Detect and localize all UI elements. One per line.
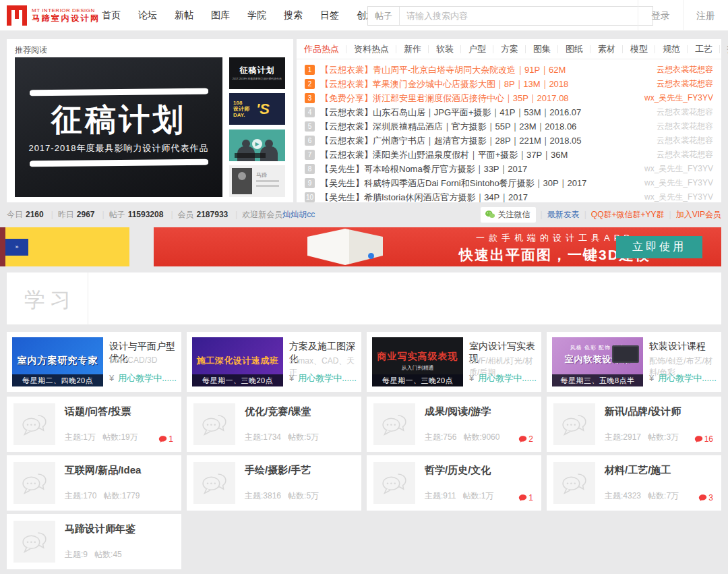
stat-yesterday: 昨日 2967 — [58, 209, 98, 221]
left-ad-banner[interactable]: » — [5, 227, 129, 266]
qq-group-link[interactable]: QQ群+微信群+YY群 — [591, 209, 665, 221]
post-author[interactable]: wx_吴先生_FY3YV — [644, 192, 713, 203]
post-title[interactable]: 【云想衣裳】深圳辰禧精品酒店｜官方摄影｜55P｜23M｜2018.06 — [320, 121, 647, 133]
site-logo[interactable]: MT INTERIOR DESIGN 马蹄室内设计网 — [7, 5, 100, 26]
thumbnail-interview[interactable]: 马蹄 — [229, 165, 285, 197]
tab-schemes[interactable]: 方案 — [493, 39, 526, 59]
main-banner[interactable]: 征稿计划 2017-2018年度最具影响力设计师代表作品 — [15, 57, 222, 197]
thumbnail-108-designers-day[interactable]: 108 设计师 DAY. 'S — [229, 93, 285, 125]
course-fee-text: 用心教学中...... — [118, 373, 177, 383]
chat-bubbles-icon — [193, 403, 235, 445]
hot-post-row[interactable]: 9 【吴先生】科威特四季酒店Dai Forni和Sintoho餐厅摄影｜30P｜… — [305, 176, 713, 190]
post-title[interactable]: 【云想衣裳】山东石岛山居｜JPG平面+摄影｜41P｜53M｜2016.07 — [320, 107, 647, 119]
forum-card-optimization-contest-class[interactable]: 优化/竞赛/课堂 主题1734帖数5万 — [187, 397, 361, 452]
course-thumbnail: 风格 色彩 配饰 创意 室内软装设计课 每星期三、五晚8点半 — [552, 337, 643, 386]
new-member-link[interactable]: 灿灿胡cc — [282, 209, 315, 221]
latest-posts-link[interactable]: 最新发表 — [547, 209, 580, 221]
tab-assets[interactable]: 素材 — [590, 39, 623, 59]
house-3d-render — [307, 229, 383, 265]
laptop-graphic — [612, 345, 639, 363]
nav-search[interactable]: 搜索 — [275, 9, 311, 22]
post-title[interactable]: 【吴先生】哥本哈根Noma餐厅官方摄影｜33P｜2017 — [320, 163, 635, 175]
forum-card-philosophy-history-culture[interactable]: 哲学/历史/文化 主题911帖数1万 1 — [367, 455, 541, 511]
post-title[interactable]: 【云想衣裳】青山周平-北京白塔寺胡同大杂院改造｜91P｜62M — [320, 64, 647, 76]
tab-works-hot[interactable]: 作品热点 — [297, 39, 346, 59]
use-now-button[interactable]: 立即使用 — [616, 236, 702, 258]
tab-albums[interactable]: 图集 — [526, 39, 558, 59]
tab-models[interactable]: 模型 — [623, 39, 655, 59]
course-card-layout-optimization[interactable]: 室内方案研究专家 每星期二、四晚20点 设计与平面户型优化 SBK/CAD/3D… — [7, 332, 181, 392]
hot-post-row[interactable]: 4 【云想衣裳】山东石岛山居｜JPG平面+摄影｜41P｜53M｜2016.07 … — [305, 105, 713, 119]
course-card-soft-decoration[interactable]: 风格 色彩 配饰 创意 室内软装设计课 每星期三、五晚8点半 软装设计课程 配饰… — [547, 332, 721, 392]
join-vip-link[interactable]: 加入VIP会员 — [676, 209, 721, 221]
design-app-ad-banner[interactable]: 一款手机端的设计工具APP 快速出平面图，一键3D建模 立即使用 — [154, 227, 721, 266]
post-title[interactable]: 【吴先生】希腊Istoria休闲酒店官方摄影｜34P｜2017 — [320, 192, 635, 204]
nav-academy[interactable]: 学院 — [239, 9, 275, 22]
post-author[interactable]: 云想衣裳花想容 — [657, 135, 713, 146]
hot-post-row[interactable]: 2 【云想衣裳】苹果澳门金沙城中心店摄影大图｜8P｜13M｜2018 云想衣裳花… — [305, 77, 713, 91]
post-author[interactable]: wx_吴先生_FY3YV — [644, 163, 713, 175]
tab-soft-decor[interactable]: 软装 — [429, 39, 461, 59]
follow-wechat-button[interactable]: 关注微信 — [481, 207, 536, 223]
tab-craft[interactable]: 工艺 — [688, 39, 720, 59]
hot-post-row[interactable]: 6 【云想衣裳】广州唐宁书店｜超清官方摄影｜28P｜221M｜2018.05 云… — [305, 134, 713, 148]
mt-logo-icon — [7, 5, 27, 26]
new-replies-badge[interactable]: 16 — [694, 434, 713, 444]
nav-gallery[interactable]: 图库 — [202, 9, 239, 22]
post-author[interactable]: wx_吴先生_FY3YV — [644, 177, 713, 189]
hot-post-row[interactable]: 8 【吴先生】哥本哈根Noma餐厅官方摄影｜33P｜2017 wx_吴先生_FY… — [305, 162, 713, 176]
tab-jobs[interactable]: 招聘 — [720, 39, 728, 59]
forum-card-mt-designer-yearbook[interactable]: 马蹄设计师年鉴 主题9帖数45 — [7, 514, 181, 569]
ad-logo-block: » — [5, 239, 28, 256]
tab-standards[interactable]: 规范 — [655, 39, 688, 59]
nav-forum[interactable]: 论坛 — [129, 9, 166, 22]
search-input[interactable] — [400, 11, 653, 21]
hot-post-row[interactable]: 1 【云想衣裳】青山周平-北京白塔寺胡同大杂院改造｜91P｜62M 云想衣裳花想… — [305, 63, 713, 77]
hot-post-row[interactable]: 3 【免费分享】浙江郡安里君澜度假酒店接待中心｜35P｜2017.08 wx_吴… — [305, 91, 713, 105]
new-replies-badge[interactable]: 1 — [518, 493, 533, 503]
thumbnail-call-for-entries[interactable]: 征稿计划 2017-2018年度最具影响力设计师代表作品 — [229, 57, 285, 89]
course-card-realistic-rendering[interactable]: 商业写实高级表现 从入门到精通 每星期一、三晚20点 室内设计写实表现 LWF/… — [367, 332, 541, 392]
new-replies-badge[interactable]: 2 — [518, 434, 533, 444]
nav-daily[interactable]: 日签 — [311, 9, 348, 22]
thumb1-subtitle: 2017-2018年度最具影响力设计师代表作品 — [233, 77, 282, 81]
post-author[interactable]: 云想衣裳花想容 — [657, 149, 713, 161]
post-author[interactable]: 云想衣裳花想容 — [657, 107, 713, 118]
stat-today: 今日 2160 — [7, 209, 47, 221]
forum-card-results-reading-tours[interactable]: 成果/阅读/游学 主题756帖数9060 2 — [367, 397, 541, 452]
nav-home[interactable]: 首页 — [93, 9, 129, 22]
search-category-selector[interactable]: 帖子 — [368, 7, 400, 25]
post-author[interactable]: wx_吴先生_FY3YV — [644, 92, 713, 104]
tab-materials-hot[interactable]: 资料热点 — [346, 39, 396, 59]
tab-new-works[interactable]: 新作 — [396, 39, 429, 59]
thumbnail-video[interactable]: ▶ — [229, 130, 285, 161]
post-author[interactable]: 云想衣裳花想容 — [657, 64, 713, 76]
course-title[interactable]: 软装设计课程 — [649, 341, 706, 353]
post-title[interactable]: 【吴先生】科威特四季酒店Dai Forni和Sintoho餐厅摄影｜30P｜20… — [320, 177, 635, 190]
post-title[interactable]: 【云想衣裳】溧阳美岕山野温泉度假村｜平面+摄影｜37P｜36M — [320, 149, 647, 161]
chat-bubbles-icon — [13, 403, 55, 445]
forum-card-news-brands-designers[interactable]: 新讯/品牌/设计师 主题2917帖数3万 16 — [547, 397, 721, 452]
tab-floorplan[interactable]: 户型 — [461, 39, 493, 59]
rank-badge: 7 — [305, 150, 315, 160]
new-replies-badge[interactable]: 3 — [698, 493, 713, 503]
login-button[interactable]: 登录 — [638, 0, 683, 31]
forum-card-sketch-photography-craft[interactable]: 手绘/摄影/手艺 主题3816帖数5万 — [187, 455, 361, 511]
hot-post-row[interactable]: 5 【云想衣裳】深圳辰禧精品酒店｜官方摄影｜55P｜23M｜2018.06 云想… — [305, 119, 713, 134]
register-button[interactable]: 注册 — [683, 0, 728, 31]
new-replies-badge[interactable]: 1 — [158, 434, 173, 444]
course-thumbnail: 商业写实高级表现 从入门到精通 每星期一、三晚20点 — [372, 337, 463, 386]
post-title[interactable]: 【免费分享】浙江郡安里君澜度假酒店接待中心｜35P｜2017.08 — [320, 92, 635, 105]
hot-post-row[interactable]: 7 【云想衣裳】溧阳美岕山野温泉度假村｜平面+摄影｜37P｜36M 云想衣裳花想… — [305, 148, 713, 162]
post-author[interactable]: 云想衣裳花想容 — [657, 78, 713, 90]
post-title[interactable]: 【云想衣裳】苹果澳门金沙城中心店摄影大图｜8P｜13M｜2018 — [320, 78, 647, 90]
forum-card-materials-craft-construction[interactable]: 材料/工艺/施工 主题4323帖数7万 3 — [547, 455, 721, 511]
nav-new-posts[interactable]: 新帖 — [166, 9, 202, 22]
forum-card-internet-newproduct-idea[interactable]: 互联网/新品/Idea 主题170帖数1779 — [7, 455, 181, 511]
hot-post-row[interactable]: 10 【吴先生】希腊Istoria休闲酒店官方摄影｜34P｜2017 wx_吴先… — [305, 190, 713, 204]
forum-card-topics-qa-polls[interactable]: 话题/问答/投票 主题1万帖数19万 1 — [7, 397, 181, 452]
course-card-construction-drawing[interactable]: 施工深化设计速成班 每星期一、三晚20点 方案及施工图深化 3dmax、CAD、… — [187, 332, 361, 392]
tab-drawings[interactable]: 图纸 — [558, 39, 590, 59]
post-title[interactable]: 【云想衣裳】广州唐宁书店｜超清官方摄影｜28P｜221M｜2018.05 — [320, 135, 647, 147]
post-author[interactable]: 云想衣裳花想容 — [657, 121, 713, 132]
